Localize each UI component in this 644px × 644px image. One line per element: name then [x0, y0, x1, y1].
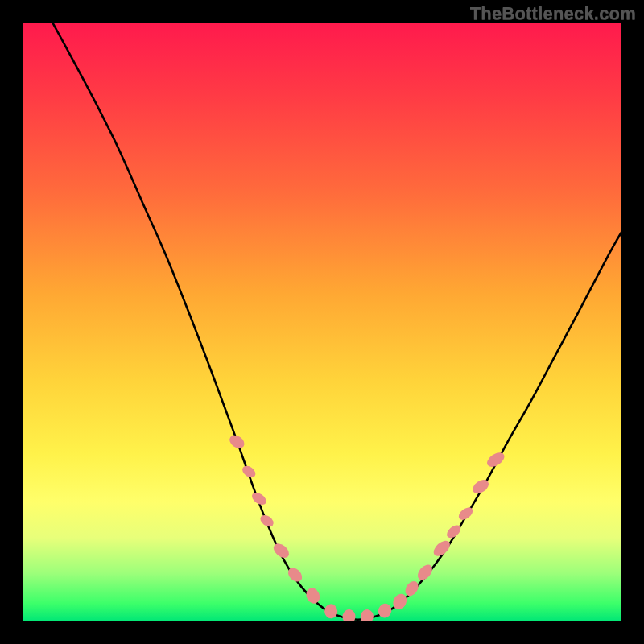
bottleneck-curve: [52, 23, 621, 620]
curve-marker: [270, 541, 291, 561]
curve-marker: [359, 609, 374, 621]
plot-area: [23, 23, 621, 621]
curve-marker: [227, 432, 246, 451]
curve-marker: [342, 609, 357, 621]
watermark-text: TheBottleneck.com: [470, 3, 636, 24]
curve-marker: [415, 562, 435, 583]
chart-frame: TheBottleneck.com: [0, 0, 644, 644]
curve-marker: [485, 450, 507, 470]
curve-marker: [303, 586, 322, 606]
curve-marker: [258, 513, 276, 529]
curve-marker: [324, 604, 338, 619]
curve-marker: [377, 601, 394, 619]
curve-layer: [23, 23, 621, 621]
curve-marker: [402, 579, 421, 598]
